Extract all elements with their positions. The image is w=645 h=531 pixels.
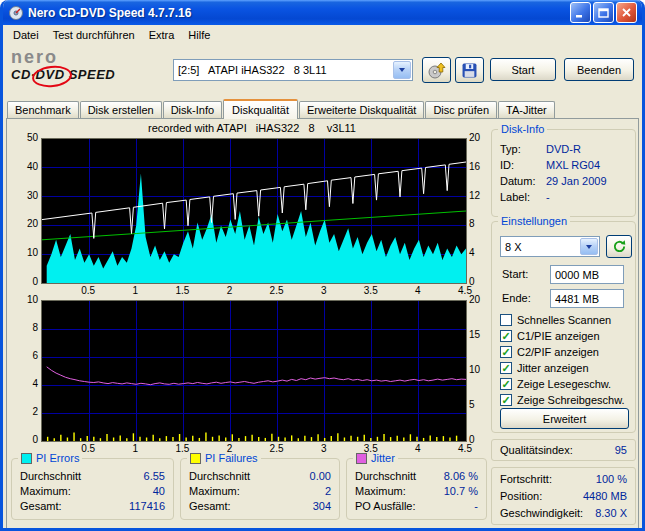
disk-info-row-label-value: -	[546, 191, 550, 203]
maximize-button[interactable]	[593, 2, 614, 23]
checkbox-box-c1-pie-anzeigen[interactable]: ✓	[500, 330, 512, 342]
tab-ta-jitter[interactable]: TA-Jitter	[498, 101, 555, 118]
chart2-y-left-tick: 2	[11, 406, 38, 418]
progress-row-fortschritt-value: 100 %	[596, 473, 627, 485]
pi-errors-group: PI Errors Durchschnitt6.55Maximum:40Gesa…	[11, 458, 174, 520]
chart2-x-tick: 1	[125, 443, 145, 455]
tab-disk-info[interactable]: Disk-Info	[163, 101, 222, 118]
tab-page-diskqualitaet: recorded with ATAPI iHAS322 8 v3L11 PI E…	[6, 118, 639, 529]
start-button[interactable]: Start	[490, 58, 556, 81]
end-mb-input[interactable]	[550, 289, 624, 308]
chart2-y-left-tick: 10	[11, 294, 38, 306]
chart1-y-left-tick: 20	[11, 218, 38, 230]
pi-errors-row-maximum-value: 40	[153, 485, 165, 497]
chart2-y-left-tick: 6	[11, 350, 38, 362]
chart2-x-tick: 3	[314, 443, 334, 455]
save-button[interactable]	[455, 57, 484, 83]
chart1-y-right-tick: 4	[469, 247, 493, 259]
disk-info-row-typ-value: DVD-R	[546, 143, 581, 155]
disk-info-row-typ: Typ:DVD-R	[500, 143, 627, 155]
menu-extra[interactable]: Extra	[142, 27, 182, 43]
settings-group: Einstellungen 8 X Start: Ende: Schnelles…	[491, 221, 636, 433]
chart2-x-tick: 4.5	[455, 443, 475, 455]
disk-info-row-id-label: ID:	[500, 159, 546, 171]
window-title: Nero CD-DVD Speed 4.7.7.16	[28, 6, 566, 20]
checkbox-label-c2-pif-anzeigen: C2/PIF anzeigen	[517, 346, 599, 358]
tab-strip: BenchmarkDisk erstellenDisk-InfoDiskqual…	[3, 97, 642, 118]
advanced-button[interactable]: Erweitert	[500, 408, 629, 429]
speed-select[interactable]: 8 X	[500, 236, 600, 257]
checkbox-jitter-anzeigen[interactable]: ✓Jitter anzeigen	[500, 360, 631, 376]
checkbox-box-zeige-schreibgeschw[interactable]: ✓	[500, 394, 512, 406]
tab-erweiterte-diskqualität[interactable]: Erweiterte Diskqualität	[299, 101, 424, 118]
jitter-row-durchschnitt-label: Durchschnitt	[355, 470, 416, 482]
chart2-x-tick: 2.5	[267, 443, 287, 455]
checkbox-label-jitter-anzeigen: Jitter anzeigen	[517, 362, 589, 374]
jitter-row-po-ausfälle: PO Ausfälle:-	[355, 500, 478, 512]
close-button[interactable]	[616, 2, 637, 23]
end-mb-label: Ende:	[502, 292, 531, 304]
progress-row-position-label: Position:	[500, 490, 542, 502]
start-mb-label: Start:	[502, 268, 528, 280]
checkbox-c2-pif-anzeigen[interactable]: ✓C2/PIF anzeigen	[500, 344, 631, 360]
drive-select-value: [2:5] ATAPI iHAS322 8 3L11	[174, 64, 392, 76]
disk-info-row-label-label: Label:	[500, 191, 546, 203]
tab-benchmark[interactable]: Benchmark	[7, 101, 79, 118]
tab-disc-prüfen[interactable]: Disc prüfen	[425, 101, 497, 118]
refresh-icon	[612, 239, 627, 254]
menu-test-durchführen[interactable]: Test durchführen	[46, 27, 142, 43]
chart1-y-left-tick: 10	[11, 247, 38, 259]
quality-index-panel: Qualitätsindex: 95	[491, 439, 636, 461]
checkbox-zeige-lesegeschw[interactable]: ✓Zeige Lesegeschw.	[500, 376, 631, 392]
menu-datei[interactable]: Datei	[6, 27, 46, 43]
chart2-y-left-tick: 0	[11, 434, 38, 446]
checkbox-zeige-schreibgeschw[interactable]: ✓Zeige Schreibgeschw.	[500, 392, 631, 408]
titlebar: Nero CD-DVD Speed 4.7.7.16	[3, 0, 642, 25]
tab-disk-erstellen[interactable]: Disk erstellen	[80, 101, 162, 118]
quality-index-value: 95	[615, 444, 627, 456]
chart2-x-tick: 4	[408, 443, 428, 455]
speed-select-arrow-icon[interactable]	[580, 238, 598, 255]
jitter-row-maximum-label: Maximum:	[355, 485, 406, 497]
chart1-y-right-tick: 8	[469, 218, 493, 230]
disk-info-group: Disk-Info Typ:DVD-RID:MXL RG04Datum:29 J…	[491, 129, 636, 217]
jitter-row-durchschnitt: Durchschnitt8.06 %	[355, 470, 478, 482]
pi-errors-group-title: PI Errors	[18, 452, 82, 464]
pi-errors-swatch	[21, 453, 32, 464]
progress-row-fortschritt-label: Fortschritt:	[500, 473, 552, 485]
drive-select[interactable]: [2:5] ATAPI iHAS322 8 3L11	[173, 59, 413, 81]
window-controls	[570, 2, 637, 23]
checkbox-c1-pie-anzeigen[interactable]: ✓C1/PIE anzeigen	[500, 328, 631, 344]
disk-info-row-typ-label: Typ:	[500, 143, 546, 155]
checkbox-box-schnelles-scannen[interactable]	[500, 314, 512, 326]
tab-diskqualität[interactable]: Diskqualität	[223, 99, 298, 119]
checkbox-box-c2-pif-anzeigen[interactable]: ✓	[500, 346, 512, 358]
app-icon	[8, 5, 24, 21]
checkbox-box-zeige-lesegeschw[interactable]: ✓	[500, 378, 512, 390]
pi-errors-row-maximum-label: Maximum:	[20, 485, 71, 497]
refresh-drive-button[interactable]	[606, 235, 632, 258]
pi-failures-row-maximum: Maximum:2	[189, 485, 331, 497]
app-window: Nero CD-DVD Speed 4.7.7.16 DateiTest dur…	[0, 0, 645, 531]
chart1-x-tick: 3	[314, 285, 334, 297]
eject-disc-button[interactable]	[422, 57, 451, 83]
minimize-button[interactable]	[570, 2, 591, 23]
settings-group-title: Einstellungen	[498, 215, 570, 227]
chart1-x-tick: 2.5	[267, 285, 287, 297]
pi-failures-row-gesamt-value: 304	[313, 500, 331, 512]
pi-failures-row-durchschnitt-value: 0.00	[310, 470, 331, 482]
drive-select-arrow-icon[interactable]	[393, 61, 411, 79]
start-mb-input[interactable]	[550, 265, 624, 284]
logo-text-nero: nero	[11, 48, 163, 67]
disk-info-group-title: Disk-Info	[498, 123, 547, 135]
disk-info-row-label: Label:-	[500, 191, 627, 203]
quit-button[interactable]: Beenden	[564, 58, 634, 81]
chart1-x-tick: 1.5	[172, 285, 192, 297]
menu-bar: DateiTest durchführenExtraHilfe	[3, 25, 642, 44]
checkbox-box-jitter-anzeigen[interactable]: ✓	[500, 362, 512, 374]
jitter-row-durchschnitt-value: 8.06 %	[444, 470, 478, 482]
eject-disc-icon	[427, 62, 447, 79]
disk-info-row-datum: Datum:29 Jan 2009	[500, 175, 627, 187]
menu-hilfe[interactable]: Hilfe	[181, 27, 217, 43]
checkbox-schnelles-scannen[interactable]: Schnelles Scannen	[500, 312, 631, 328]
